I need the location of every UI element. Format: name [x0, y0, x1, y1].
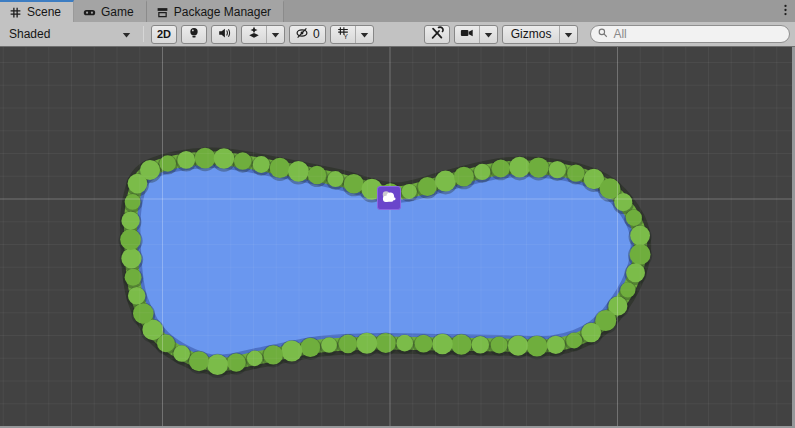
eye-off-icon [295, 26, 309, 43]
search-input[interactable] [613, 27, 781, 41]
effects-dropdown[interactable] [266, 26, 284, 43]
effects-toggle[interactable] [242, 26, 266, 43]
draw-mode-dropdown[interactable]: Shaded [4, 25, 136, 44]
chevron-down-icon [564, 27, 573, 41]
chevron-down-icon [360, 27, 369, 41]
component-tools-button[interactable] [424, 25, 450, 44]
tab-label: Scene [27, 5, 61, 19]
scene-canvas [0, 47, 795, 428]
grid-dropdown[interactable] [355, 26, 373, 43]
overflow-menu-button[interactable] [777, 0, 793, 22]
grid-split-button: Y [330, 25, 374, 44]
package-icon [156, 6, 169, 19]
view-2d-toggle[interactable]: 2D [151, 25, 177, 44]
camera-icon [460, 26, 474, 43]
chevron-down-icon [484, 27, 493, 41]
scene-grid-icon [9, 6, 22, 19]
unity-editor-window: Scene Game Package Manager Shaded [0, 0, 795, 428]
tab-package-manager[interactable]: Package Manager [147, 0, 284, 22]
gizmos-button[interactable]: Gizmos [503, 26, 560, 43]
gizmos-dropdown[interactable] [559, 26, 577, 43]
toolbar-divider [143, 26, 144, 42]
chevron-down-icon [122, 27, 131, 41]
grid-visibility-toggle[interactable]: Y [331, 26, 355, 43]
lightbulb-icon [187, 26, 201, 43]
effects-star-icon [247, 26, 261, 43]
camera-split-button [454, 25, 498, 44]
tab-label: Game [101, 5, 134, 19]
speaker-icon [217, 26, 231, 43]
tab-label: Package Manager [174, 5, 271, 19]
kebab-menu-icon [779, 3, 792, 20]
draw-mode-label: Shaded [9, 27, 122, 41]
gizmos-label: Gizmos [511, 27, 552, 41]
chevron-down-icon [271, 27, 280, 41]
scene-camera-button[interactable] [455, 26, 479, 43]
wrench-screwdriver-icon [430, 26, 444, 43]
grid-axes-icon: Y [336, 26, 350, 43]
hidden-objects-count: 0 [313, 27, 320, 41]
svg-text:Y: Y [343, 33, 348, 40]
scene-toolbar: Shaded 2D [0, 22, 795, 47]
cloud-glyph [379, 188, 399, 208]
effects-split-button [241, 25, 285, 44]
scene-visibility-toggle[interactable]: 0 [289, 25, 326, 44]
scene-search-field[interactable] [590, 25, 790, 43]
tab-scene[interactable]: Scene [0, 0, 74, 22]
gizmos-split-button: Gizmos [502, 25, 579, 44]
tab-strip: Scene Game Package Manager [0, 0, 795, 22]
scene-audio-toggle[interactable] [211, 25, 237, 44]
tab-game[interactable]: Game [74, 0, 147, 22]
scene-viewport[interactable] [0, 47, 795, 428]
camera-dropdown[interactable] [479, 26, 497, 43]
magnifier-icon [597, 27, 609, 42]
gamepad-icon [83, 6, 96, 19]
sprite-shape-icon[interactable] [377, 186, 401, 210]
scene-lighting-toggle[interactable] [181, 25, 207, 44]
view-2d-label: 2D [157, 28, 171, 40]
